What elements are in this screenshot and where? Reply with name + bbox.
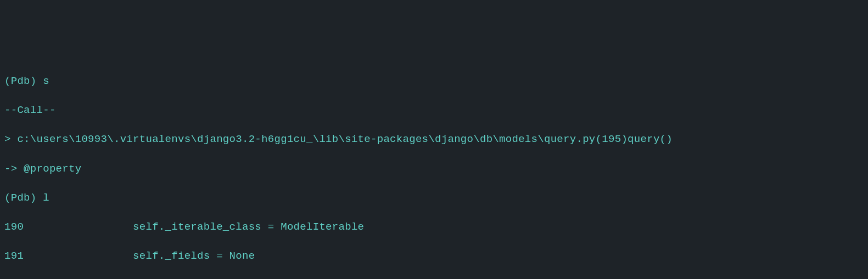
call-marker: --Call--	[4, 103, 864, 118]
current-statement-line: -> @property	[4, 162, 864, 176]
source-line-191: 191 self._fields = None	[4, 249, 864, 264]
pdb-list-command: (Pdb) l	[4, 191, 864, 206]
terminal-output[interactable]: (Pdb) s --Call-- > c:\users\10993\.virtu…	[4, 59, 864, 279]
pdb-command-line: (Pdb) s	[4, 74, 864, 89]
source-line-190: 190 self._iterable_class = ModelIterable	[4, 220, 864, 235]
file-location-line: > c:\users\10993\.virtualenvs\django3.2-…	[4, 132, 864, 147]
